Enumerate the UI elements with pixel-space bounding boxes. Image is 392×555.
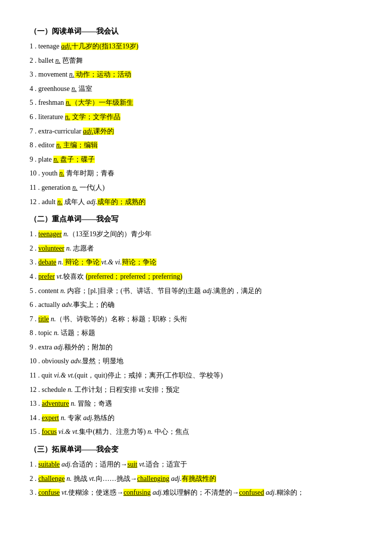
list-item: 1 . teenage adj.十几岁的(指13至19岁) bbox=[30, 40, 362, 53]
word-part: n. bbox=[56, 258, 63, 266]
word-part: n. bbox=[56, 141, 62, 149]
word-part: extra-curricular bbox=[39, 128, 83, 135]
item-number: 1 . bbox=[30, 461, 39, 468]
word-part: vt. bbox=[60, 489, 68, 496]
list-item: 3 . debate n. 辩论；争论 vt.& vi.辩论；争论 bbox=[30, 256, 362, 269]
word-part: 一代(人) bbox=[78, 184, 105, 191]
list-item: 5 . content n. 内容；[pl.]目录；(书、讲话、节目等的)主题 … bbox=[30, 285, 362, 298]
word-part: actually bbox=[39, 301, 60, 308]
word-part: confusing bbox=[123, 489, 151, 496]
item-number: 5 . bbox=[30, 287, 39, 295]
word-part: 辩论；争论 bbox=[122, 258, 157, 266]
word-part: 显然；明显地 bbox=[82, 357, 123, 365]
word-part: suit bbox=[127, 461, 137, 468]
word-part: n. bbox=[65, 475, 72, 482]
word-part: obviously bbox=[42, 357, 69, 365]
list-item: 1 . teenager n.（13至19岁之间的）青少年 bbox=[30, 228, 362, 241]
word-part: (preferred；preferred；preferring) bbox=[86, 273, 183, 280]
section-1: （一）阅读单词——我会认 1 . teenage adj.十几岁的(指13至19… bbox=[30, 25, 362, 209]
word-part: 挑战 bbox=[72, 475, 89, 482]
word-part: 成年的；成熟的 bbox=[97, 198, 146, 206]
word-part: (quit，quit)停止；戒掉；离开(工作职位、学校等) bbox=[75, 372, 223, 379]
list-item: 11 . quit vi.& vt.(quit，quit)停止；戒掉；离开(工作… bbox=[30, 369, 362, 383]
word-part: prefer bbox=[39, 273, 55, 280]
list-item: 6 . actually adv.事实上；的确 bbox=[30, 299, 362, 312]
word-part: n. bbox=[64, 245, 71, 252]
item-number: 11 . bbox=[30, 184, 41, 191]
section-3-list: 1 . suitable adj.合适的；适用的→suit vt.适合；适宜于2… bbox=[30, 458, 362, 500]
item-number: 4 . bbox=[30, 85, 39, 92]
item-number: 6 . bbox=[30, 301, 39, 308]
word-part: n. bbox=[55, 57, 61, 64]
item-number: 9 . bbox=[30, 156, 39, 163]
word-part: movement bbox=[39, 71, 70, 78]
word-part: topic bbox=[39, 329, 52, 337]
word-part: 辩论；争论 bbox=[63, 258, 101, 266]
item-number: 3 . bbox=[30, 71, 39, 78]
item-number: 10 . bbox=[30, 170, 42, 177]
word-part: 集中(精力、注意力等) bbox=[79, 428, 148, 435]
word-part: expert bbox=[42, 414, 59, 422]
word-part: adj. bbox=[83, 414, 93, 422]
word-part: n. bbox=[73, 184, 78, 191]
word-part: n. bbox=[62, 230, 69, 238]
item-number: 1 . bbox=[30, 230, 39, 238]
list-item: 11 . generation n. 一代(人) bbox=[30, 181, 362, 195]
word-part: 内容；[pl.]目录；(书、讲话、节目等的)主题 bbox=[66, 287, 203, 295]
word-part: （大学）一年级新生 bbox=[71, 99, 133, 106]
page-container: （一）阅读单词——我会认 1 . teenage adj.十几岁的(指13至19… bbox=[30, 25, 362, 500]
word-part: n. bbox=[66, 386, 73, 393]
word-part: vt. bbox=[89, 475, 96, 482]
word-part: ballet bbox=[39, 57, 56, 64]
word-part: n. bbox=[52, 329, 59, 337]
word-part: 糊涂的； bbox=[276, 489, 304, 496]
word-part: 有挑战性的 bbox=[182, 475, 216, 482]
word-part: volunteer bbox=[39, 245, 65, 252]
word-part: n. bbox=[66, 99, 71, 106]
word-part: 课外的 bbox=[93, 128, 114, 135]
word-part: adult bbox=[42, 198, 58, 206]
item-number: 7 . bbox=[30, 128, 39, 135]
word-part: schedule bbox=[42, 386, 66, 393]
word-part: 话题；标题 bbox=[59, 329, 96, 337]
item-number: 6 . bbox=[30, 113, 39, 121]
word-part: 满意的，满足的 bbox=[213, 287, 262, 295]
word-part: teenage bbox=[39, 43, 61, 50]
item-number: 4 . bbox=[30, 273, 39, 280]
word-part: 事实上；的确 bbox=[73, 301, 115, 308]
word-part: youth bbox=[42, 170, 59, 177]
word-part: adj. bbox=[169, 475, 182, 482]
word-part: challenging bbox=[137, 475, 169, 482]
word-part: 安排；预定 bbox=[145, 386, 180, 393]
list-item: 14 . expert n. 专家 adj.熟练的 bbox=[30, 412, 362, 425]
word-part: 文学；文学作品 bbox=[70, 113, 120, 121]
word-part: 专家 bbox=[66, 414, 83, 422]
word-part: 十几岁的(指13至19岁) bbox=[72, 43, 138, 50]
item-number: 2 . bbox=[30, 245, 39, 252]
list-item: 13 . adventure n. 冒险；奇遇 bbox=[30, 397, 362, 411]
word-part: （13至19岁之间的）青少年 bbox=[69, 230, 152, 238]
word-part: 芭蕾舞 bbox=[61, 57, 83, 64]
word-part: 动作；运动；活动 bbox=[75, 71, 132, 78]
word-part: 适合；适宜于 bbox=[146, 461, 187, 468]
item-number: 8 . bbox=[30, 329, 39, 337]
word-part: debate bbox=[39, 258, 57, 266]
word-part: plate bbox=[39, 156, 54, 163]
word-part: 主编；编辑 bbox=[61, 141, 98, 149]
word-part: content bbox=[39, 287, 59, 295]
item-number: 12 . bbox=[30, 386, 42, 393]
item-number: 3 . bbox=[30, 258, 39, 266]
word-part: 工作计划；日程安排 bbox=[73, 386, 138, 393]
list-item: 3 . movement n. 动作；运动；活动 bbox=[30, 68, 362, 82]
item-number: 2 . bbox=[30, 475, 39, 482]
list-item: 9 . plate n. 盘子；碟子 bbox=[30, 153, 362, 167]
word-part: 向……挑战→ bbox=[96, 475, 137, 482]
word-part: vi.& vt. bbox=[57, 428, 79, 435]
section-1-list: 1 . teenage adj.十几岁的(指13至19岁)2 . ballet … bbox=[30, 40, 362, 209]
item-number: 3 . bbox=[30, 489, 39, 496]
item-number: 9 . bbox=[30, 343, 39, 351]
word-part: 合适的；适用的→ bbox=[72, 461, 127, 468]
word-part: n. bbox=[69, 71, 75, 78]
word-part: adj. bbox=[151, 489, 163, 496]
word-part: 温室 bbox=[77, 85, 92, 92]
